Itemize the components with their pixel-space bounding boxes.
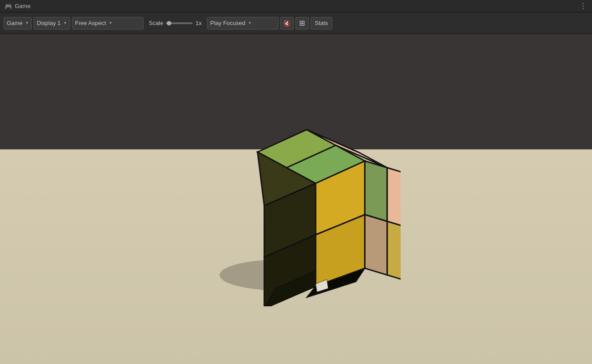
display-dropdown-arrow: ▼ [63,21,67,25]
aspect-label: Free Aspect [75,20,106,26]
aspect-dropdown-arrow: ▼ [109,21,112,25]
toolbar: Game ▼ Display 1 ▼ Free Aspect ▼ Scale 1… [0,13,592,34]
grid-button[interactable]: ⊞ [296,17,309,30]
stats-label: Stats [315,20,328,26]
play-focused-dropdown[interactable]: Play Focused ▼ [207,17,279,30]
mute-icon: 🔇 [283,20,291,27]
scale-value: 1x [195,20,202,26]
scale-slider[interactable] [166,22,193,24]
game-viewport: CSDN @万有引力w [0,34,592,364]
scale-label: Scale [149,20,164,26]
watermark: CSDN @万有引力w [540,353,588,360]
play-focused-arrow: ▼ [248,21,252,25]
rubiks-cube-svg [168,83,401,306]
display-dropdown[interactable]: Display 1 ▼ [34,17,70,30]
game-label: Game [7,20,22,26]
title-bar: 🎮 Game ⋮ [0,0,592,13]
game-dropdown[interactable]: Game ▼ [4,17,32,30]
title-bar-left: 🎮 Game [4,3,30,10]
grid-icon: ⊞ [299,19,305,27]
title-text: Game [15,3,30,9]
game-icon: 🎮 [4,3,12,10]
display-label: Display 1 [37,20,60,26]
cube-container [168,83,401,306]
svg-marker-10 [365,215,387,275]
svg-marker-11 [387,221,401,282]
mute-button[interactable]: 🔇 [280,17,294,30]
svg-marker-9 [387,168,401,228]
svg-marker-8 [365,161,387,221]
watermark-text: CSDN @万有引力w [540,353,588,360]
play-focused-label: Play Focused [210,20,245,26]
window-menu-dots[interactable]: ⋮ [579,2,588,10]
game-dropdown-arrow: ▼ [25,21,29,25]
stats-button[interactable]: Stats [311,17,332,30]
scale-slider-thumb[interactable] [167,21,171,25]
aspect-dropdown[interactable]: Free Aspect ▼ [72,17,144,30]
scale-control: Scale 1x [145,20,205,26]
